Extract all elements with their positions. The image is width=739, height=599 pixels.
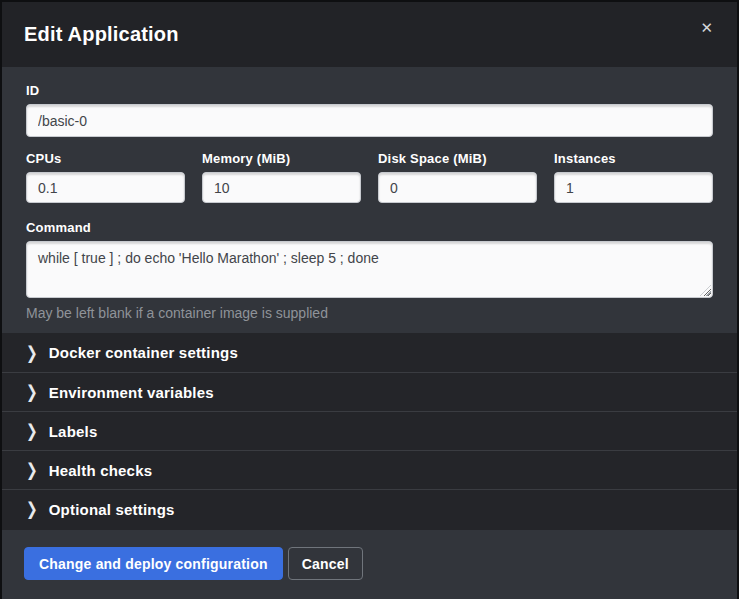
close-icon[interactable]: ✕ xyxy=(696,16,717,39)
memory-input[interactable] xyxy=(202,172,361,203)
resources-row: CPUs Memory (MiB) Disk Space (MiB) Insta… xyxy=(26,151,713,203)
memory-field-group: Memory (MiB) xyxy=(202,151,361,203)
change-and-deploy-button[interactable]: Change and deploy configuration xyxy=(24,547,283,580)
instances-field-group: Instances xyxy=(554,151,713,203)
chevron-right-icon: ❯ xyxy=(26,421,38,441)
cpus-label: CPUs xyxy=(26,151,185,166)
command-textarea[interactable]: while [ true ] ; do echo 'Hello Marathon… xyxy=(26,241,713,298)
id-field-group: ID xyxy=(26,83,713,137)
cpus-input[interactable] xyxy=(26,172,185,203)
chevron-right-icon: ❯ xyxy=(26,382,38,402)
section-optional-settings[interactable]: ❯ Optional settings xyxy=(2,489,737,528)
instances-label: Instances xyxy=(554,151,713,166)
id-label: ID xyxy=(26,83,713,98)
section-label: Optional settings xyxy=(49,501,175,518)
disk-input[interactable] xyxy=(378,172,537,203)
collapsible-sections: ❯ Docker container settings ❯ Environmen… xyxy=(2,333,737,530)
disk-field-group: Disk Space (MiB) xyxy=(378,151,537,203)
chevron-right-icon: ❯ xyxy=(26,499,38,519)
section-label: Health checks xyxy=(49,462,152,479)
instances-input[interactable] xyxy=(554,172,713,203)
id-input[interactable] xyxy=(26,104,713,137)
section-environment-variables[interactable]: ❯ Environment variables xyxy=(2,372,737,411)
command-help-text: May be left blank if a container image i… xyxy=(26,305,713,321)
section-labels[interactable]: ❯ Labels xyxy=(2,411,737,450)
edit-application-modal: Edit Application ✕ ID CPUs Memory (MiB) … xyxy=(0,0,739,599)
section-label: Labels xyxy=(49,423,98,440)
chevron-right-icon: ❯ xyxy=(26,343,38,363)
cancel-button[interactable]: Cancel xyxy=(288,547,363,580)
modal-header: Edit Application ✕ xyxy=(2,2,737,67)
command-label: Command xyxy=(26,220,713,235)
section-docker-container-settings[interactable]: ❯ Docker container settings xyxy=(2,333,737,372)
modal-title: Edit Application xyxy=(24,23,696,46)
section-health-checks[interactable]: ❯ Health checks xyxy=(2,450,737,489)
memory-label: Memory (MiB) xyxy=(202,151,361,166)
application-form: ID CPUs Memory (MiB) Disk Space (MiB) In… xyxy=(2,67,737,333)
command-field-group: Command while [ true ] ; do echo 'Hello … xyxy=(26,220,713,321)
cpus-field-group: CPUs xyxy=(26,151,185,203)
modal-footer: Change and deploy configuration Cancel xyxy=(2,530,737,599)
section-label: Environment variables xyxy=(49,384,214,401)
chevron-right-icon: ❯ xyxy=(26,460,38,480)
section-label: Docker container settings xyxy=(49,344,238,361)
disk-label: Disk Space (MiB) xyxy=(378,151,537,166)
